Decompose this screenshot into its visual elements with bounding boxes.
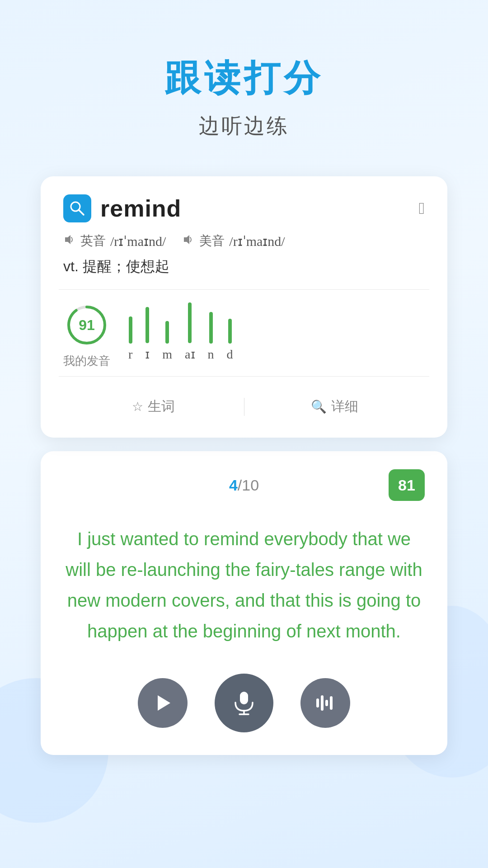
microphone-button[interactable] — [215, 674, 273, 732]
detail-label: 详细 — [331, 397, 358, 416]
waveform-bar — [129, 316, 132, 344]
score-section: 91 我的发音 rɪmaɪnd — [63, 302, 425, 369]
phoneme-col: m — [162, 321, 172, 362]
phoneme-col: r — [128, 316, 132, 362]
vocab-label: 生词 — [148, 397, 175, 416]
phoneme-label: n — [208, 347, 214, 362]
phoneme-col: d — [227, 319, 233, 362]
phoneme-label: m — [162, 347, 172, 362]
score-circle: 91 — [64, 302, 109, 348]
dictionary-card: remind  英音 /rɪˈmaɪnd/ 美音 /rɪˈmaɪnd/ — [41, 176, 447, 438]
svg-line-1 — [79, 210, 84, 215]
vocab-button[interactable]: ☆ 生词 — [63, 389, 244, 424]
svg-rect-12 — [325, 700, 328, 706]
search-icon: 🔍 — [311, 399, 327, 414]
audio-wave-button[interactable] — [300, 678, 350, 728]
menu-icon[interactable]:  — [419, 199, 425, 218]
page-title: 跟读打分 — [164, 54, 324, 103]
play-button[interactable] — [138, 678, 188, 728]
waveform-bar — [209, 312, 213, 344]
playback-controls — [63, 674, 425, 732]
uk-phonetic-group: 英音 /rɪˈmaɪnd/ — [63, 232, 166, 250]
score-label: 我的发音 — [63, 353, 110, 369]
star-icon: ☆ — [132, 399, 143, 414]
reading-passage: I just wanted to remind everybody that w… — [63, 524, 425, 646]
svg-marker-6 — [158, 695, 170, 711]
phoneme-col: n — [208, 312, 214, 362]
page-subtitle: 边听边练 — [199, 112, 289, 140]
us-label: 美音 — [199, 232, 225, 250]
waveform-bar — [188, 302, 192, 343]
waveform-bar — [145, 307, 149, 343]
phoneme-col: ɪ — [145, 307, 150, 362]
divider-2 — [59, 376, 429, 377]
svg-rect-13 — [330, 696, 333, 710]
score-number: 91 — [79, 317, 95, 334]
uk-speaker-icon[interactable] — [63, 233, 76, 249]
dict-header: remind  — [63, 194, 425, 222]
svg-rect-10 — [316, 698, 319, 708]
svg-marker-3 — [184, 235, 189, 244]
dict-footer: ☆ 生词 🔍 详细 — [63, 389, 425, 424]
progress-indicator: 4/10 — [184, 476, 305, 494]
reading-card: 4/10 81 I just wanted to remind everybod… — [41, 451, 447, 755]
divider-1 — [59, 289, 429, 290]
waveform-bar — [228, 319, 232, 344]
progress-separator: / — [238, 476, 242, 494]
progress-current: 4 — [229, 476, 238, 494]
us-phonetic-group: 美音 /rɪˈmaɪnd/ — [182, 232, 285, 250]
us-speaker-icon[interactable] — [182, 233, 195, 249]
phoneme-label: d — [227, 347, 233, 362]
uk-phonetic: /rɪˈmaɪnd/ — [110, 233, 166, 249]
phoneme-label: aɪ — [185, 347, 195, 362]
phoneme-label: ɪ — [145, 347, 150, 362]
score-circle-wrap: 91 我的发音 — [63, 302, 110, 369]
progress-total: 10 — [242, 476, 259, 494]
phonetic-row: 英音 /rɪˈmaɪnd/ 美音 /rɪˈmaɪnd/ — [63, 232, 425, 250]
waveform-section: rɪmaɪnd — [128, 302, 425, 366]
uk-label: 英音 — [80, 232, 106, 250]
svg-rect-11 — [321, 695, 324, 711]
phoneme-col: aɪ — [185, 302, 195, 362]
dict-header-left: remind — [63, 194, 181, 222]
reading-score-badge: 81 — [389, 469, 425, 501]
svg-rect-7 — [240, 692, 248, 704]
us-phonetic: /rɪˈmaɪnd/ — [229, 233, 285, 249]
svg-marker-2 — [65, 235, 70, 244]
phoneme-label: r — [128, 347, 132, 362]
reading-header: 4/10 81 — [63, 469, 425, 501]
app-icon — [63, 194, 91, 222]
detail-button[interactable]: 🔍 详细 — [244, 389, 425, 424]
waveform-bar — [165, 321, 169, 344]
word-definition: vt. 提醒；使想起 — [63, 257, 425, 277]
word-heading: remind — [100, 195, 181, 222]
